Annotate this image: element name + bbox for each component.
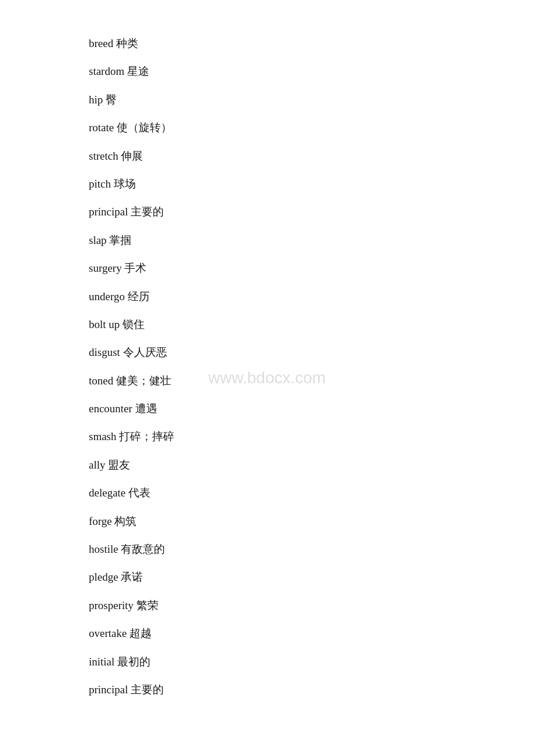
vocab-item: encounter 遭遇 — [89, 400, 534, 417]
vocab-item: slap 掌掴 — [89, 232, 534, 249]
vocab-item: hostile 有敌意的 — [89, 541, 534, 558]
vocab-item: surgery 手术 — [89, 260, 534, 277]
vocab-item: principal 主要的 — [89, 203, 534, 221]
vocab-list: breed 种类stardom 星途hip 臀rotate 使（旋转）stret… — [0, 0, 534, 744]
vocab-item: forge 构筑 — [89, 513, 534, 530]
vocab-item: bolt up 锁住 — [89, 316, 534, 333]
vocab-item: ally 盟友 — [89, 456, 534, 474]
vocab-item: stretch 伸展 — [89, 147, 534, 165]
vocab-item: initial 最初的 — [89, 653, 534, 671]
vocab-item: toned 健美；健壮 — [89, 372, 534, 390]
vocab-item: pledge 承诺 — [89, 568, 534, 586]
vocab-item: disgust 令人厌恶 — [89, 344, 534, 361]
vocab-item: principal 主要的 — [89, 681, 534, 699]
vocab-item: pitch 球场 — [89, 175, 534, 193]
vocab-item: breed 种类 — [89, 35, 534, 52]
vocab-item: smash 打碎；摔碎 — [89, 428, 534, 445]
vocab-item: overtake 超越 — [89, 625, 534, 642]
vocab-item: undergo 经历 — [89, 288, 534, 305]
vocab-item: stardom 星途 — [89, 63, 534, 80]
vocab-item: hip 臀 — [89, 91, 534, 109]
vocab-item: prosperity 繁荣 — [89, 597, 534, 614]
vocab-item: rotate 使（旋转） — [89, 119, 534, 136]
vocab-item: delegate 代表 — [89, 484, 534, 502]
